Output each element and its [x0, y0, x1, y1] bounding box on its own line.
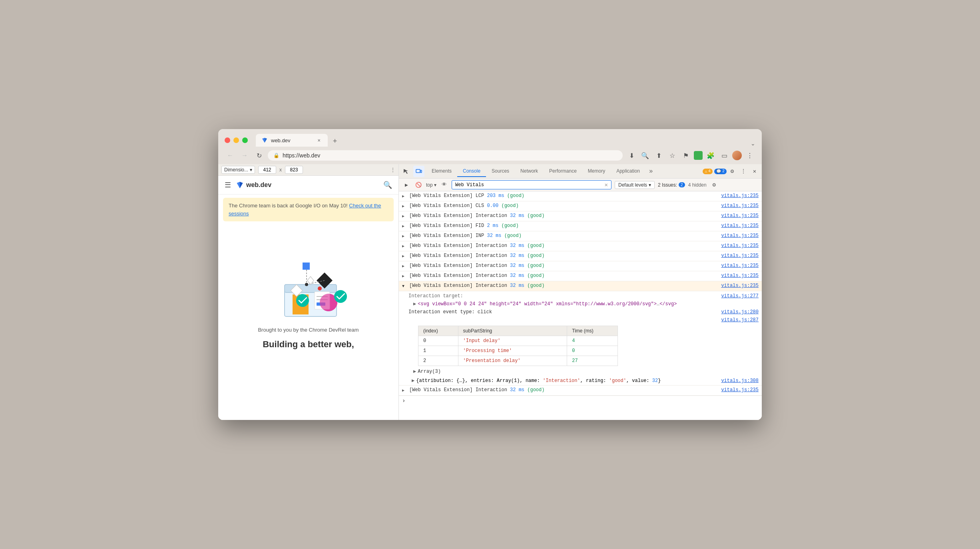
tab-elements[interactable]: Elements [426, 166, 457, 177]
attribution-expand-icon[interactable]: ▶ [412, 377, 414, 384]
issues-button[interactable]: 2 Issues: 2 [658, 182, 685, 188]
context-selector[interactable]: top ▾ [426, 182, 436, 188]
tab-memory[interactable]: Memory [582, 166, 611, 177]
close-button[interactable] [225, 137, 230, 143]
console-source-link[interactable]: vitals.js:235 [716, 262, 759, 269]
console-source-link[interactable]: vitals.js:235 [716, 272, 759, 279]
attribution-link[interactable]: vitals.js:308 [716, 377, 759, 384]
interaction-target-link[interactable]: vitals.js:277 [716, 292, 759, 300]
row-expand-icon[interactable]: ▶ [402, 263, 408, 270]
console-source-link[interactable]: vitals.js:235 [716, 222, 759, 229]
tab-elements-label: Elements [432, 168, 452, 174]
tab-close-button[interactable]: ✕ [316, 137, 322, 143]
eye-icon[interactable]: 👁 [440, 181, 448, 189]
row-expand-icon[interactable]: ▶ [402, 387, 408, 394]
reload-button[interactable]: ↻ [253, 150, 265, 161]
console-settings-icon[interactable]: ⚙ [710, 181, 719, 189]
console-log-text: [Web Vitals Extension] Interaction 32 ms… [409, 386, 716, 394]
device-mode-icon[interactable] [413, 166, 424, 177]
console-source-link[interactable]: vitals.js:235 [716, 192, 759, 199]
warning-icon: ⚠ [705, 169, 707, 174]
tab-sources[interactable]: Sources [486, 166, 515, 177]
zoom-icon[interactable]: 🔍 [639, 150, 651, 161]
info-count: 2 [722, 169, 725, 173]
dimension-more-icon[interactable]: ⋮ [390, 167, 395, 173]
forward-button[interactable]: → [239, 150, 250, 161]
tab-network[interactable]: Network [515, 166, 544, 177]
row-expand-icon[interactable]: ▶ [402, 253, 408, 260]
tab-console[interactable]: Console [457, 166, 486, 177]
green-square-icon[interactable] [694, 151, 703, 160]
search-icon[interactable]: 🔍 [383, 181, 392, 189]
console-content[interactable]: ▶ [Web Vitals Extension] LCP 203 ms (goo… [399, 191, 762, 420]
array-expand-icon[interactable]: ▶ [413, 368, 416, 375]
info-badge[interactable]: 💬 2 [714, 169, 727, 174]
flag-icon[interactable]: ⚑ [680, 150, 691, 161]
hamburger-menu-icon[interactable]: ☰ [225, 181, 231, 189]
console-repl-input[interactable] [407, 398, 759, 404]
share-icon[interactable]: ⬆ [653, 150, 664, 161]
console-log-text: [Web Vitals Extension] Interaction 32 ms… [409, 242, 716, 249]
avatar[interactable] [732, 151, 742, 160]
webdev-logo[interactable]: web.dev [236, 181, 271, 189]
console-source-link[interactable]: vitals.js:235 [716, 212, 759, 219]
width-input[interactable] [258, 166, 276, 174]
console-source-link[interactable]: vitals.js:235 [716, 386, 759, 394]
sidebar-toggle-icon[interactable]: ▭ [719, 150, 730, 161]
table-row: 1 'Processing time' 0 [418, 346, 618, 356]
interaction-event-link[interactable]: vitals.js:280 [716, 308, 759, 316]
download-icon[interactable]: ⬇ [626, 150, 637, 161]
empty-row: vitals.js:287 [408, 316, 759, 324]
new-tab-button[interactable]: + [329, 135, 341, 147]
svg-rect-20 [420, 170, 422, 173]
more-tabs-icon[interactable]: » [645, 166, 657, 177]
illustration-image [261, 233, 357, 320]
table-cell-time: 27 [567, 356, 618, 366]
row-collapse-icon[interactable]: ▼ [402, 283, 408, 290]
row-expand-icon[interactable]: ▶ [402, 193, 408, 200]
devtools-settings-icon[interactable]: ⚙ [727, 166, 738, 177]
filter-text-input[interactable] [455, 182, 603, 188]
puzzle-icon[interactable]: 🧩 [705, 150, 716, 161]
tabs-chevron-icon[interactable]: ⌄ [751, 140, 755, 147]
console-run-icon[interactable]: ▶ [402, 181, 411, 189]
issues-label: 2 Issues: [658, 182, 677, 188]
more-options-icon[interactable]: ⋮ [744, 150, 755, 161]
height-input[interactable] [285, 166, 303, 174]
warning-badge[interactable]: ⚠ 4 [703, 169, 713, 174]
back-button[interactable]: ← [225, 150, 236, 161]
row-expand-icon[interactable]: ▶ [402, 203, 408, 210]
device-dropdown[interactable]: Dimensio... ▾ [221, 166, 255, 174]
console-source-link[interactable]: vitals.js:235 [716, 202, 759, 209]
dropdown-arrow-icon: ▾ [250, 167, 252, 173]
devtools-close-icon[interactable]: ✕ [749, 166, 760, 177]
address-bar[interactable]: 🔒 https://web.dev [268, 150, 623, 161]
log-levels-dropdown[interactable]: Default levels ▾ [615, 181, 655, 189]
console-log-row: ▶ [Web Vitals Extension] Interaction 32 … [399, 241, 762, 251]
row-expand-icon[interactable]: ▶ [402, 243, 408, 250]
console-caret-icon: › [402, 398, 405, 404]
bookmark-icon[interactable]: ☆ [667, 150, 678, 161]
console-clear-icon[interactable]: 🚫 [414, 181, 423, 189]
table-header-time: Time (ms) [567, 326, 618, 336]
console-log-row: ▶ [Web Vitals Extension] FID 2 ms (good)… [399, 221, 762, 231]
empty-link[interactable]: vitals.js:287 [716, 316, 759, 324]
console-source-link[interactable]: vitals.js:235 [716, 232, 759, 239]
row-expand-icon[interactable]: ▶ [402, 223, 408, 230]
console-source-link[interactable]: vitals.js:235 [716, 282, 759, 289]
browser-tab[interactable]: web.dev ✕ [256, 134, 328, 147]
devtools-more-icon[interactable]: ⋮ [738, 166, 749, 177]
tab-application[interactable]: Application [611, 166, 645, 177]
row-expand-icon[interactable]: ▶ [402, 213, 408, 220]
clear-filter-icon[interactable]: ✕ [605, 181, 608, 188]
console-filter-input[interactable]: ✕ [452, 180, 612, 189]
svg-expand-icon[interactable]: ▶ [413, 300, 416, 308]
maximize-button[interactable] [242, 137, 248, 143]
console-source-link[interactable]: vitals.js:235 [716, 252, 759, 259]
inspect-element-icon[interactable] [400, 166, 412, 177]
row-expand-icon[interactable]: ▶ [402, 273, 408, 280]
console-source-link[interactable]: vitals.js:235 [716, 242, 759, 249]
row-expand-icon[interactable]: ▶ [402, 233, 408, 240]
minimize-button[interactable] [233, 137, 239, 143]
tab-performance[interactable]: Performance [544, 166, 582, 177]
